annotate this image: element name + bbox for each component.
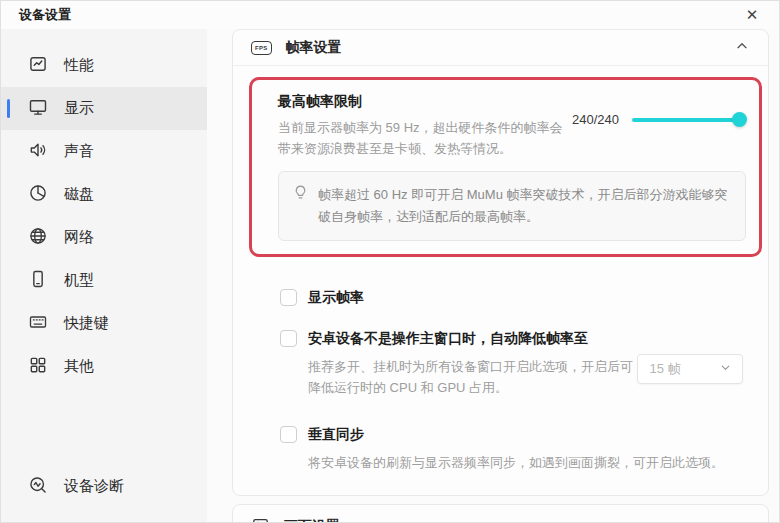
sidebar-item-sound[interactable]: 声音: [1, 130, 207, 173]
show-framerate-checkbox[interactable]: [280, 289, 297, 306]
sidebar-item-diagnosis[interactable]: 设备诊断: [1, 465, 207, 508]
close-icon[interactable]: ✕: [741, 4, 763, 26]
framerate-slider-value: 240/240: [572, 112, 619, 127]
option-label: 显示帧率: [308, 289, 364, 307]
option-label: 垂直同步: [308, 426, 364, 444]
chevron-up-icon[interactable]: [734, 38, 750, 58]
picture-settings-icon: [251, 516, 270, 523]
framerate-settings-card: FPS 帧率设置 最高帧率限制 当前显示器帧率为 59 Hz，超出硬件条件的帧率…: [232, 29, 769, 496]
sidebar-item-label: 声音: [64, 142, 94, 161]
sidebar-item-label: 其他: [64, 357, 94, 376]
lightbulb-icon: [292, 184, 309, 228]
framerate-tip-box: 帧率超过 60 Hz 即可开启 MuMu 帧率突破技术，开启后部分游戏能够突破自…: [278, 171, 746, 241]
network-icon: [28, 226, 48, 249]
sidebar-item-label: 磁盘: [64, 185, 94, 204]
section-title: 画面设置: [284, 518, 720, 523]
sidebar-item-network[interactable]: 网络: [1, 216, 207, 259]
sidebar-item-shortcut-keys[interactable]: 快捷键: [1, 302, 207, 345]
sidebar-item-display[interactable]: 显示: [1, 87, 207, 130]
sidebar-item-label: 网络: [64, 228, 94, 247]
others-icon: [28, 355, 48, 378]
option-show-framerate: 显示帧率: [280, 289, 768, 307]
sidebar-item-label: 性能: [64, 56, 94, 75]
option-desc: 将安卓设备的刷新与显示器频率同步，如遇到画面撕裂，可开启此选项。: [308, 452, 724, 473]
sidebar: 性能 显示 声音 磁盘: [1, 29, 207, 523]
slider-handle[interactable]: [732, 112, 747, 127]
max-framerate-annotation-box: 最高帧率限制 当前显示器帧率为 59 Hz，超出硬件条件的帧率会带来资源浪费甚至…: [249, 77, 762, 257]
sidebar-item-label: 设备诊断: [64, 477, 124, 496]
display-icon: [28, 97, 48, 120]
chevron-down-icon[interactable]: [734, 517, 750, 523]
slider-track: [632, 118, 746, 122]
diagnosis-icon: [28, 475, 48, 498]
device-settings-window: 设备设置 ✕ 性能 显示 声音: [0, 0, 780, 523]
dropdown-value: 15 帧: [650, 360, 681, 378]
vsync-checkbox[interactable]: [280, 426, 297, 443]
titlebar: 设备设置 ✕: [1, 1, 779, 29]
max-framerate-title: 最高帧率限制: [278, 93, 570, 111]
section-title: 帧率设置: [286, 39, 720, 57]
sidebar-item-others[interactable]: 其他: [1, 345, 207, 388]
framerate-dropdown[interactable]: 15 帧: [637, 354, 743, 384]
picture-settings-header[interactable]: 画面设置: [233, 505, 768, 523]
chevron-down-icon: [719, 360, 732, 378]
main-panel: FPS 帧率设置 最高帧率限制 当前显示器帧率为 59 Hz，超出硬件条件的帧率…: [207, 29, 779, 523]
fps-icon: FPS: [251, 41, 272, 55]
sidebar-item-disk[interactable]: 磁盘: [1, 173, 207, 216]
option-desc: 推荐多开、挂机时为所有设备窗口开启此选项，开启后可降低运行时的 CPU 和 GP…: [308, 356, 637, 399]
framerate-slider[interactable]: [632, 112, 746, 127]
sidebar-item-label: 机型: [64, 271, 94, 290]
device-model-icon: [28, 269, 48, 292]
option-label: 安卓设备不是操作主窗口时，自动降低帧率至: [308, 330, 588, 348]
disk-icon: [28, 183, 48, 206]
sidebar-item-label: 显示: [64, 99, 94, 118]
framerate-section-header[interactable]: FPS 帧率设置: [233, 30, 768, 66]
max-framerate-desc: 当前显示器帧率为 59 Hz，超出硬件条件的帧率会带来资源浪费甚至是卡顿、发热等…: [278, 118, 570, 160]
auto-lower-framerate-checkbox[interactable]: [280, 330, 297, 347]
option-vsync: 垂直同步 将安卓设备的刷新与显示器频率同步，如遇到画面撕裂，可开启此选项。: [280, 426, 768, 473]
sidebar-item-performance[interactable]: 性能: [1, 44, 207, 87]
sound-icon: [28, 140, 48, 163]
picture-settings-card: 画面设置: [232, 504, 769, 523]
sidebar-item-device-model[interactable]: 机型: [1, 259, 207, 302]
performance-icon: [28, 54, 48, 77]
shortcut-keys-icon: [28, 312, 48, 335]
sidebar-item-label: 快捷键: [64, 314, 109, 333]
framerate-tip-text: 帧率超过 60 Hz 即可开启 MuMu 帧率突破技术，开启后部分游戏能够突破自…: [318, 184, 730, 228]
option-auto-lower-framerate: 安卓设备不是操作主窗口时，自动降低帧率至 推荐多开、挂机时为所有设备窗口开启此选…: [280, 330, 768, 399]
window-title: 设备设置: [19, 6, 71, 24]
